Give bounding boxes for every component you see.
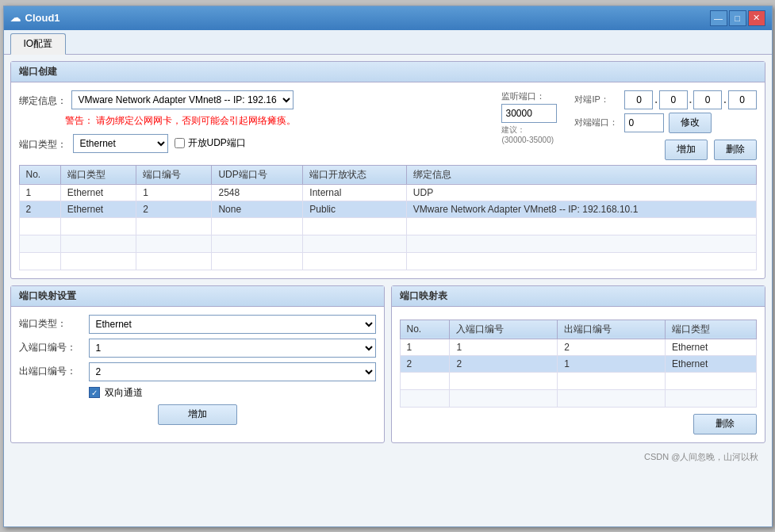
port-mapping-table-body: No. 入端口编号 出端口编号 端口类型 1 1 2 Ether bbox=[392, 307, 765, 442]
udp-checkbox[interactable] bbox=[175, 138, 185, 148]
port-type-select[interactable]: Ethernet bbox=[73, 134, 168, 153]
row1-num: 1 bbox=[136, 184, 212, 201]
out-port-select[interactable]: 2 bbox=[89, 362, 376, 381]
row2-status: Public bbox=[303, 201, 407, 217]
bottom-sections: 端口映射设置 端口类型： Ethernet 入端口编号： 1 bbox=[10, 285, 765, 443]
port-mapping-title: 端口映射设置 bbox=[11, 286, 384, 307]
add-delete-btn-row: 增加 删除 bbox=[574, 140, 756, 160]
row1-status: Internal bbox=[303, 184, 407, 201]
row2-binding: VMware Network Adapter VMnet8 -- IP: 192… bbox=[406, 201, 756, 217]
window-title: Cloud1 bbox=[25, 12, 60, 24]
port-creation-section: 端口创建 绑定信息： VMware Network Adapter VMnet8… bbox=[10, 61, 765, 279]
ip-row: . . . bbox=[624, 90, 756, 109]
port-mapping-table-title: 端口映射表 bbox=[392, 286, 765, 307]
th-num: 端口编号 bbox=[136, 165, 212, 184]
port-creation-left: 绑定信息： VMware Network Adapter VMnet8 -- I… bbox=[19, 90, 493, 153]
title-controls: — □ ✕ bbox=[710, 10, 765, 26]
close-button[interactable]: ✕ bbox=[748, 10, 765, 26]
binding-label: 绑定信息： bbox=[19, 91, 67, 108]
table-row-empty bbox=[19, 252, 756, 270]
table-row[interactable]: 1 1 2 Ethernet bbox=[400, 339, 756, 355]
mapping-add-btn-row: 增加 bbox=[19, 404, 376, 425]
udp-checkbox-text: 开放UDP端口 bbox=[188, 136, 246, 150]
in-port-select[interactable]: 1 bbox=[89, 339, 376, 358]
mrow2-out: 1 bbox=[558, 355, 666, 372]
bidirectional-checkbox[interactable]: ✓ bbox=[89, 387, 100, 398]
port-table: No. 端口类型 端口编号 UDP端口号 端口开放状态 绑定信息 1 Ether… bbox=[19, 165, 757, 270]
th-udp: UDP端口号 bbox=[212, 165, 303, 184]
port-creation-title: 端口创建 bbox=[11, 62, 765, 82]
row1-no: 1 bbox=[19, 184, 60, 201]
row2-no: 2 bbox=[19, 201, 60, 217]
th-type: 端口类型 bbox=[60, 165, 136, 184]
mrow2-no: 2 bbox=[400, 355, 450, 372]
mth-type: 端口类型 bbox=[665, 320, 756, 339]
mapping-delete-button[interactable]: 删除 bbox=[693, 414, 757, 434]
title-bar-left: ☁ Cloud1 bbox=[10, 12, 60, 24]
title-bar: ☁ Cloud1 — □ ✕ bbox=[4, 6, 772, 30]
tab-io-config[interactable]: IO配置 bbox=[10, 33, 67, 55]
tab-bar: IO配置 bbox=[4, 30, 772, 55]
table-row-empty bbox=[400, 389, 756, 407]
mapping-delete-btn-row: 删除 bbox=[400, 414, 757, 434]
row1-type: Ethernet bbox=[60, 184, 136, 201]
mth-in: 入端口编号 bbox=[450, 320, 558, 339]
mrow2-in: 2 bbox=[450, 355, 558, 372]
port-type-label: 端口类型： bbox=[19, 135, 67, 151]
mapping-table-header-row: No. 入端口编号 出端口编号 端口类型 bbox=[400, 320, 756, 339]
port-creation-body: 绑定信息： VMware Network Adapter VMnet8 -- I… bbox=[11, 82, 765, 278]
row1-udp: 2548 bbox=[212, 184, 303, 201]
row2-udp: None bbox=[212, 201, 303, 217]
table-row[interactable]: 2 2 1 Ethernet bbox=[400, 355, 756, 372]
port-mapping-section: 端口映射设置 端口类型： Ethernet 入端口编号： 1 bbox=[10, 285, 385, 443]
mapping-port-type-select[interactable]: Ethernet bbox=[89, 315, 376, 334]
th-status: 端口开放状态 bbox=[303, 165, 407, 184]
main-content: 端口创建 绑定信息： VMware Network Adapter VMnet8… bbox=[4, 55, 772, 526]
table-row-empty bbox=[19, 217, 756, 235]
binding-select[interactable]: VMware Network Adapter VMnet8 -- IP: 192… bbox=[71, 90, 294, 109]
remote-ip-label: 对端IP： bbox=[574, 94, 618, 105]
th-binding: 绑定信息 bbox=[406, 165, 756, 184]
remote-port-input[interactable] bbox=[624, 113, 664, 132]
bidirectional-row: ✓ 双向通道 bbox=[89, 386, 376, 400]
port-mapping-table-section: 端口映射表 No. 入端口编号 出端口编号 端口类型 bbox=[391, 285, 765, 443]
monitor-col: 监听端口： 建议： (30000-35000) bbox=[501, 90, 565, 144]
in-port-row: 入端口编号： 1 bbox=[19, 339, 376, 358]
delete-port-button[interactable]: 删除 bbox=[714, 140, 757, 160]
mapping-port-type-row: 端口类型： Ethernet bbox=[19, 315, 376, 334]
ip-octet-1[interactable] bbox=[624, 90, 653, 109]
minimize-button[interactable]: — bbox=[710, 10, 727, 26]
monitor-port-input[interactable] bbox=[501, 104, 557, 123]
window-icon: ☁ bbox=[10, 12, 21, 24]
out-port-row: 出端口编号： 2 bbox=[19, 362, 376, 381]
th-no: No. bbox=[19, 165, 60, 184]
ip-octet-2[interactable] bbox=[659, 90, 688, 109]
mapping-add-button[interactable]: 增加 bbox=[158, 404, 237, 425]
mrow1-in: 1 bbox=[450, 339, 558, 355]
watermark: CSDN @人间忽晚，山河以秋 bbox=[10, 450, 765, 465]
warning-text: 警告： 请勿绑定公网网卡，否则可能会引起网络瘫痪。 bbox=[65, 113, 296, 126]
modify-button[interactable]: 修改 bbox=[669, 113, 712, 133]
table-row-empty bbox=[400, 372, 756, 389]
suggest-text: 建议： (30000-35000) bbox=[501, 124, 565, 144]
monitor-port-label: 监听端口： bbox=[501, 90, 565, 102]
udp-checkbox-label[interactable]: 开放UDP端口 bbox=[175, 136, 246, 150]
add-port-button[interactable]: 增加 bbox=[665, 140, 708, 160]
in-port-label: 入端口编号： bbox=[19, 341, 82, 354]
maximize-button[interactable]: □ bbox=[729, 10, 746, 26]
table-row[interactable]: 1 Ethernet 1 2548 Internal UDP bbox=[19, 184, 756, 201]
out-port-label: 出端口编号： bbox=[19, 365, 82, 378]
mth-out: 出端口编号 bbox=[558, 320, 666, 339]
right-area: 对端IP： . . . 对端端口： bbox=[574, 90, 756, 160]
ip-octet-4[interactable] bbox=[728, 90, 757, 109]
mrow1-no: 1 bbox=[400, 339, 450, 355]
mrow2-type: Ethernet bbox=[665, 355, 756, 372]
main-window: ☁ Cloud1 — □ ✕ IO配置 端口创建 绑定信息： bbox=[3, 6, 773, 527]
row1-binding: UDP bbox=[406, 184, 756, 201]
table-row[interactable]: 2 Ethernet 2 None Public VMware Network … bbox=[19, 201, 756, 217]
table-row-empty bbox=[19, 235, 756, 252]
ip-octet-3[interactable] bbox=[693, 90, 722, 109]
mrow1-type: Ethernet bbox=[665, 339, 756, 355]
port-mapping-body: 端口类型： Ethernet 入端口编号： 1 出端口编号： bbox=[11, 307, 384, 433]
row2-num: 2 bbox=[136, 201, 212, 217]
